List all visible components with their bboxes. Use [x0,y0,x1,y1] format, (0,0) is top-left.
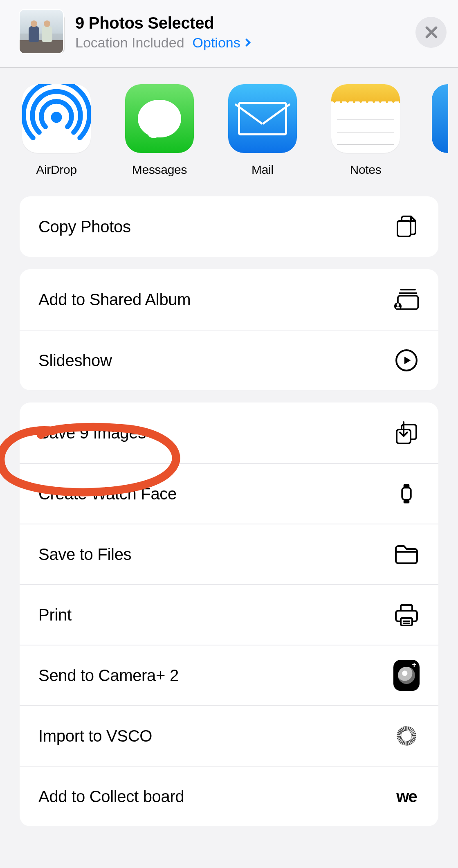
action-camera-plus-2[interactable]: Send to Camera+ 2 [20,645,438,705]
action-label: Save to Files [38,545,131,564]
action-collect-board[interactable]: Add to Collect board we [20,766,438,826]
options-button[interactable]: Options [193,35,249,51]
svg-rect-1 [397,221,411,236]
action-watch-face[interactable]: Create Watch Face [20,463,438,524]
action-label: Slideshow [38,351,112,370]
svg-rect-11 [404,484,410,488]
close-button[interactable] [415,17,447,48]
action-label: Add to Shared Album [38,290,191,309]
action-label: Save 9 Images [38,424,146,442]
messages-icon [125,84,194,153]
share-apps-row[interactable]: AirDrop Messages Mail Notes [0,68,458,196]
selected-photos-thumbnail [20,10,65,55]
notes-icon [331,84,400,153]
action-copy-photos[interactable]: Copy Photos [20,196,438,257]
watch-icon [393,481,420,507]
app-messages[interactable]: Messages [123,84,196,177]
header-title: 9 Photos Selected [75,14,409,32]
action-save-to-files[interactable]: Save to Files [20,524,438,584]
app-label: Messages [123,163,196,177]
action-label: Import to VSCO [38,727,152,745]
app-airdrop[interactable]: AirDrop [20,84,93,177]
app-mail[interactable]: Mail [226,84,299,177]
action-group-3: Save 9 Images Create Watch Face Save to … [20,403,438,826]
airdrop-icon [22,84,91,153]
action-print[interactable]: Print [20,584,438,645]
app-label: AirDrop [20,163,93,177]
action-group-1: Copy Photos [20,196,438,257]
svg-point-0 [51,112,62,123]
action-label: Create Watch Face [38,485,177,503]
options-label: Options [193,35,240,51]
header-subtitle: Location Included [75,35,184,51]
action-label: Print [38,606,72,624]
folder-icon [393,541,420,567]
camera-plus-app-icon [393,662,420,688]
share-sheet-header: 9 Photos Selected Location Included Opti… [0,0,458,68]
action-save-images[interactable]: Save 9 Images [20,403,438,463]
app-label: Mail [226,163,299,177]
action-label: Add to Collect board [38,787,184,806]
app-notes[interactable]: Notes [329,84,402,177]
play-circle-icon [393,347,420,373]
action-import-vsco[interactable]: Import to VSCO [20,705,438,766]
mail-icon [228,84,297,153]
chevron-right-icon [242,38,251,47]
action-shared-album[interactable]: Add to Shared Album [20,269,438,330]
download-to-stack-icon [393,420,420,446]
app-more-peek[interactable] [432,84,448,177]
action-slideshow[interactable]: Slideshow [20,330,438,390]
svg-point-6 [397,304,399,306]
shared-album-icon [393,286,420,313]
vsco-icon [393,723,420,749]
svg-rect-12 [404,500,410,504]
svg-rect-10 [402,488,411,500]
close-icon [424,25,438,39]
app-label: Notes [329,163,402,177]
copy-icon [393,214,420,240]
printer-icon [393,602,420,628]
action-label: Send to Camera+ 2 [38,666,179,685]
action-label: Copy Photos [38,218,131,236]
svg-rect-15 [401,605,412,611]
wetransfer-icon: we [393,783,420,810]
action-group-2: Add to Shared Album Slideshow [20,269,438,390]
